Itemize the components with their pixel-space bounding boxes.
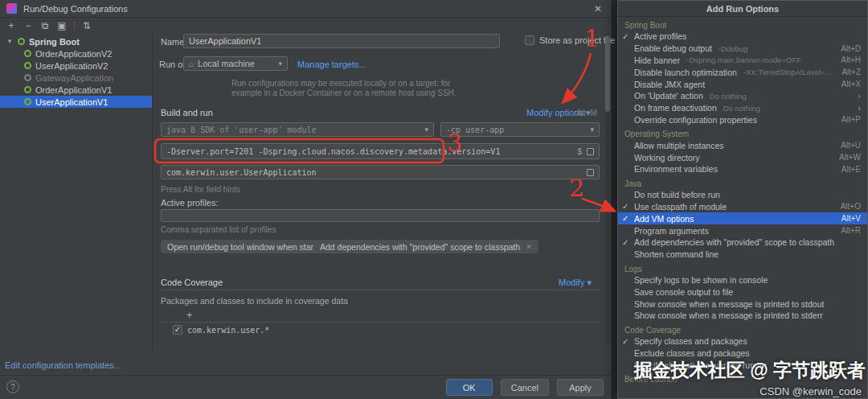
popup-item-label: Specify logs to be shown in console xyxy=(634,275,768,285)
popup-item-add-dependencies-with-provided-scope-to-classpath[interactable]: ✓Add dependencies with "provided" scope … xyxy=(618,237,867,249)
popup-item-shortcut: Alt+O xyxy=(841,202,861,211)
classpath-dropdown[interactable]: -cp user-app ▾ xyxy=(440,122,600,137)
main-class-value: com.kerwin.user.UserApplication xyxy=(166,168,317,177)
add-icon[interactable]: + xyxy=(4,19,18,32)
close-icon[interactable]: ✕ xyxy=(591,2,605,15)
folder-icon[interactable]: ▣ xyxy=(55,19,69,32)
store-as-project-file[interactable]: Store as project file ⚙ xyxy=(525,35,627,45)
apply-button[interactable]: Apply xyxy=(557,379,604,396)
popup-item-label: Do not build before run xyxy=(634,190,720,200)
alt-hint-label: Press Alt for field hints xyxy=(161,185,240,194)
popup-item-on-update-action[interactable]: On 'Update' actionDo nothing› xyxy=(618,90,867,102)
manage-targets-link[interactable]: Manage targets... xyxy=(297,60,366,69)
popup-item-working-directory[interactable]: Working directoryAlt+W xyxy=(618,151,867,163)
popup-item-active-profiles[interactable]: ✓Active profiles xyxy=(618,31,867,43)
option-tag-label: Open run/debug tool window when started xyxy=(167,242,326,252)
popup-item-label: Specify classes and packages xyxy=(634,336,747,346)
popup-item-label: Disable JMX agent xyxy=(634,80,705,89)
expand-field-icon[interactable] xyxy=(587,148,594,155)
popup-item-add-vm-options[interactable]: ✓Add VM optionsAlt+V xyxy=(618,212,867,224)
option-tag-provided-scope[interactable]: Add dependencies with "provided" scope t… xyxy=(313,240,538,253)
popup-item-right: › xyxy=(853,103,861,113)
active-profiles-label: Active profiles: xyxy=(161,198,219,208)
popup-item-label: Active profiles xyxy=(634,31,686,41)
popup-item-specify-logs-to-be-shown-in-console[interactable]: Specify logs to be shown in console xyxy=(618,274,867,286)
tree-item-orderapplicationv2[interactable]: OrderApplicationV2 xyxy=(0,47,152,60)
popup-item-allow-multiple-instances[interactable]: Allow multiple instancesAlt+U xyxy=(618,139,867,151)
popup-item-disable-launch-optimization[interactable]: Disable launch optimization-XX:TieredSto… xyxy=(618,66,867,78)
run-on-dropdown[interactable]: ⌂ Local machine ▾ xyxy=(183,56,288,71)
scrollbar-thumb[interactable] xyxy=(605,35,610,112)
tree-item-label: OrderApplicationV1 xyxy=(35,85,112,95)
edit-configuration-templates-link[interactable]: Edit configuration templates... xyxy=(5,360,121,370)
tree-root-spring-boot[interactable]: ▼Spring Boot xyxy=(0,35,152,47)
popup-item-override-configuration-properties[interactable]: Override configuration propertiesAlt+P xyxy=(618,114,867,126)
popup-item-right: Alt+H xyxy=(836,56,861,64)
configurations-toolbar: +−⧉▣⇅ xyxy=(0,18,153,34)
popup-item-label: Environment variables xyxy=(634,164,718,174)
sort-icon[interactable]: ⇅ xyxy=(80,19,94,32)
coverage-package-row[interactable]: com.kerwin.user.* xyxy=(173,325,269,335)
add-coverage-package-button[interactable]: + xyxy=(186,309,193,321)
popup-item-show-console-when-a-message-is-printed-to-stderr[interactable]: Show console when a message is printed t… xyxy=(618,310,867,322)
coverage-modify-link[interactable]: Modify ▾ xyxy=(559,278,592,288)
check-icon: ✓ xyxy=(622,202,634,211)
tree-item-gatewayapplication[interactable]: GatewayApplication xyxy=(0,72,152,84)
main-class-input[interactable]: com.kerwin.user.UserApplication xyxy=(161,165,600,179)
popup-item-disable-jmx-agent[interactable]: Disable JMX agentAlt+X xyxy=(618,78,867,90)
popup-item-save-console-output-to-file[interactable]: Save console output to file xyxy=(618,286,867,298)
popup-section-operating-system: Operating System xyxy=(618,125,867,139)
spring-boot-icon xyxy=(24,62,31,69)
popup-item-show-console-when-a-message-is-printed-to-stdout[interactable]: Show console when a message is printed t… xyxy=(618,298,867,310)
profiles-hint-label: Comma separated list of profiles xyxy=(161,225,276,234)
submenu-arrow-icon: › xyxy=(858,91,861,101)
configuration-form: Name: Store as project file ⚙ Run on: ⌂ … xyxy=(153,18,608,351)
tree-item-userapplicationv1[interactable]: UserApplicationV1 xyxy=(0,96,152,108)
expand-field-icon[interactable] xyxy=(587,169,594,176)
ok-button[interactable]: OK xyxy=(446,379,493,396)
cancel-button[interactable]: Cancel xyxy=(501,379,549,396)
vm-options-input[interactable]: -Dserver.port=7201 -Dspring.cloud.nacos.… xyxy=(161,143,600,159)
modify-options-shortcut: Alt+M xyxy=(576,109,597,117)
popup-section-spring-boot: Spring Boot xyxy=(618,17,867,31)
popup-item-shorten-command-line[interactable]: Shorten command line xyxy=(618,249,867,261)
popup-item-right: Alt+Z xyxy=(837,68,861,76)
popup-item-right: Alt+V xyxy=(837,214,861,223)
popup-item-shortcut: Alt+R xyxy=(841,226,861,235)
popup-item-label: On 'Update' action xyxy=(634,91,703,101)
run-on-help-line1: Run configurations may be executed local… xyxy=(231,79,450,88)
submenu-arrow-icon: › xyxy=(858,103,861,113)
popup-item-shortcut: Alt+V xyxy=(841,214,861,223)
popup-item-specify-classes-and-packages[interactable]: ✓Specify classes and packages xyxy=(618,335,867,348)
popup-item-environment-variables[interactable]: Environment variablesAlt+E xyxy=(618,163,867,175)
help-icon[interactable]: ? xyxy=(6,380,19,393)
popup-item-use-classpath-of-module[interactable]: ✓Use classpath of moduleAlt+O xyxy=(618,201,867,213)
copy-icon[interactable]: ⧉ xyxy=(38,19,52,32)
popup-item-enable-debug-output[interactable]: Enable debug output-DdebugAlt+D xyxy=(618,43,867,55)
popup-item-hint: -XX:TieredStopAtLevel=1 -noverify xyxy=(743,68,837,76)
run-debug-configurations-dialog: Run/Debug Configurations ✕ +−⧉▣⇅ ▼Spring… xyxy=(0,0,612,399)
popup-item-on-frame-deactivation[interactable]: On frame deactivationDo nothing› xyxy=(618,102,867,114)
remove-icon[interactable]: − xyxy=(21,19,35,32)
popup-item-do-not-build-before-run[interactable]: Do not build before run xyxy=(618,189,867,201)
chevron-down-icon: ▾ xyxy=(420,125,428,134)
store-as-project-file-checkbox[interactable] xyxy=(525,35,534,45)
jdk-dropdown[interactable]: java 8 SDK of 'user-app' module ▾ xyxy=(161,122,434,137)
active-profiles-input[interactable] xyxy=(161,209,600,222)
macros-icon[interactable]: $ xyxy=(577,147,582,156)
check-icon: ✓ xyxy=(622,337,634,346)
watermark-line2: CSDN @kerwin_code xyxy=(760,385,862,397)
toolbar-separator xyxy=(74,21,75,31)
tree-item-userapplicationv2[interactable]: UserApplicationV2 xyxy=(0,60,152,72)
vertical-scrollbar[interactable] xyxy=(605,34,610,343)
intellij-logo-icon xyxy=(6,3,17,14)
name-input[interactable] xyxy=(183,34,500,48)
dialog-footer: OK Cancel Apply xyxy=(0,375,612,399)
popup-item-program-arguments[interactable]: Program argumentsAlt+R xyxy=(618,224,867,237)
add-run-options-popup: Add Run Options Spring Boot✓Active profi… xyxy=(617,0,868,399)
tree-item-orderapplicationv1[interactable]: OrderApplicationV1 xyxy=(0,84,152,96)
popup-item-hide-banner[interactable]: Hide banner-Dspring.main.banner-mode=OFF… xyxy=(618,55,867,67)
chevron-down-icon: ▾ xyxy=(585,125,594,134)
coverage-package-checkbox[interactable] xyxy=(173,325,182,335)
remove-tag-icon[interactable]: ✕ xyxy=(526,243,532,251)
